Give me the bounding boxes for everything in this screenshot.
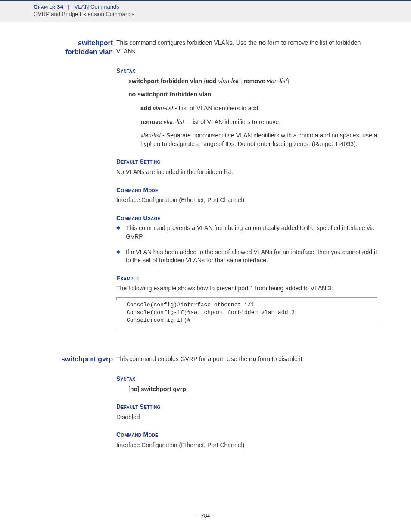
command-usage-heading: Command Usage: [116, 214, 377, 223]
example-code: Console(config)#interface ethernet 1/1 C…: [116, 297, 377, 329]
command-mode-text: Interface Configuration (Ethernet, Port …: [116, 196, 377, 205]
param-remove: remove vlan-list - List of VLAN identifi…: [140, 118, 377, 127]
command-description: This command enables GVRP for a port. Us…: [116, 355, 377, 364]
command-name: switchport forbidden vlan: [0, 39, 116, 57]
default-setting-heading: Default Setting: [116, 158, 377, 166]
chapter-subtitle: GVRP and Bridge Extension Commands: [34, 11, 411, 17]
param-vlan-list: vlan-list - Separate nonconsecutive VLAN…: [140, 131, 377, 148]
command-mode-text: Interface Configuration (Ethernet, Port …: [116, 441, 377, 450]
usage-item: This command prevents a VLAN from being …: [116, 224, 377, 241]
usage-item: If a VLAN has been added to the set of a…: [116, 248, 377, 265]
syntax-heading: Syntax: [116, 67, 377, 75]
chapter-title: VLAN Commands: [75, 3, 119, 10]
usage-list: This command prevents a VLAN from being …: [116, 224, 377, 264]
chapter-label: Chapter 34: [34, 3, 63, 10]
command-mode-heading: Command Mode: [116, 431, 377, 439]
default-setting-heading: Default Setting: [116, 403, 377, 411]
syntax-line-no: no switchport forbidden vlan: [128, 90, 377, 99]
command-entry-switchport-gvrp: switchport gvrp This command enables GVR…: [0, 355, 411, 459]
chapter-line: Chapter 34 | VLAN Commands: [34, 3, 411, 10]
page-number: – 784 –: [0, 513, 411, 519]
chapter-pipe: |: [65, 3, 73, 10]
command-description: This command configures forbidden VLANs.…: [116, 39, 377, 56]
page-header: Chapter 34 | VLAN Commands GVRP and Brid…: [0, 0, 411, 22]
param-add: add vlan-list - List of VLAN identifiers…: [140, 104, 377, 113]
syntax-line-main: switchport forbidden vlan {add vlan-list…: [128, 77, 377, 86]
syntax-heading: Syntax: [116, 375, 377, 383]
example-heading: Example: [116, 274, 377, 283]
syntax-line: [no] switchport gvrp: [128, 385, 377, 394]
command-mode-heading: Command Mode: [116, 186, 377, 195]
command-entry-switchport-forbidden-vlan: switchport forbidden vlan This command c…: [0, 39, 411, 338]
default-setting-text: Disabled: [116, 413, 377, 422]
example-text: The following example shows how to preve…: [116, 284, 377, 293]
command-name: switchport gvrp: [0, 355, 116, 364]
default-setting-text: No VLANs are included in the forbidden l…: [116, 168, 377, 177]
